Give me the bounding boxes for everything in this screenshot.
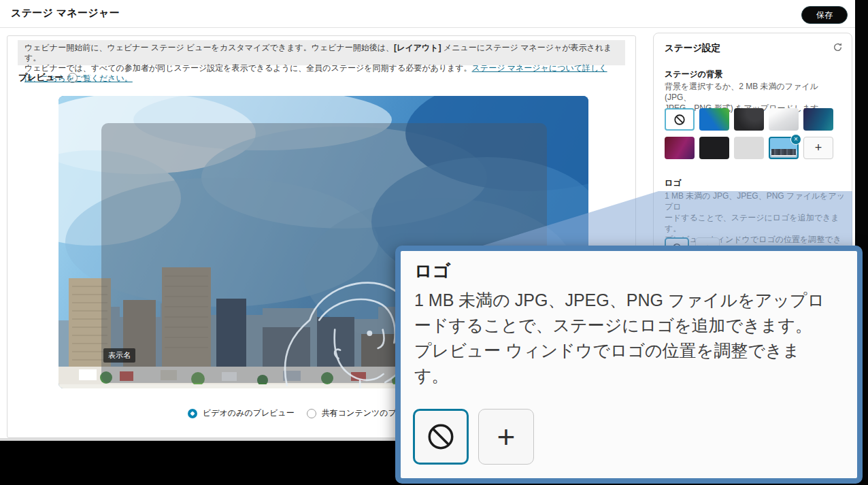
refresh-icon[interactable] [833,42,843,55]
save-button[interactable]: 保存 [801,6,848,24]
background-thumbnail-silver[interactable] [769,108,799,131]
background-thumbnail-none[interactable] [665,108,695,131]
background-thumbnail-grid: × + [665,108,833,159]
banner-line2: ウェビナーでは、すべての参加者が同じステージ設定を表示できるように、全員のステー… [24,63,618,84]
preview-mode-radios: ビデオのみのプレビュー 共有コンテンツのプレビュー [188,407,430,419]
logo-magnified-popup: ロゴ 1 MB 未満の JPG、JPEG、PNG ファイルをアップロ ードするこ… [395,246,863,484]
banner-line2-text: ウェビナーでは、すべての参加者が同じステージ設定を表示できるように、全員のステー… [24,63,472,73]
info-icon[interactable]: i [67,73,78,83]
background-thumbnail-city-selected[interactable]: × [769,137,799,159]
popup-logo-add-button[interactable]: + [478,409,534,465]
background-thumbnail-black[interactable] [699,137,729,159]
city-thumbnail-ground [771,155,796,156]
background-section-title: ステージの背景 [665,69,722,80]
background-thumbnail-navy-teal[interactable] [803,108,833,131]
popup-logo-description: 1 MB 未満の JPG、JPEG、PNG ファイルをアップロ ードすることで、… [414,288,855,388]
remove-background-close-icon[interactable]: × [790,134,801,145]
popup-logo-options: + [413,409,534,465]
radio-selected-icon[interactable] [188,409,197,418]
stage-manager-screen: ステージ マネージャー 保存 ウェビナー開始前に、ウェビナー ステージ ビューを… [0,0,868,485]
background-thumbnail-magenta[interactable] [665,137,695,159]
display-name-tag: 表示名 [103,348,135,363]
banner-layout-menu-label: [レイアウト] [394,43,441,52]
background-thumbnail-light-gray[interactable] [734,137,764,159]
background-thumbnail-dark-texture[interactable] [734,108,764,131]
preview-label-text: プレビュー [18,71,63,84]
ban-icon [673,114,686,126]
popup-logo-title: ロゴ [414,259,450,283]
banner-line1-text: ウェビナー開始前に、ウェビナー ステージ ビューをカスタマイズできます。ウェビナ… [24,43,394,52]
radio-unselected-icon[interactable] [307,409,316,418]
radio-video-only-label: ビデオのみのプレビュー [203,407,295,419]
radio-video-only[interactable]: ビデオのみのプレビュー [188,407,295,419]
info-banner: ウェビナー開始前に、ウェビナー ステージ ビューをカスタマイズできます。ウェビナ… [18,40,625,65]
banner-line1: ウェビナー開始前に、ウェビナー ステージ ビューをカスタマイズできます。ウェビナ… [24,43,618,63]
page-title: ステージ マネージャー [11,7,120,20]
popup-logo-none-button[interactable] [413,409,469,465]
ban-icon [426,422,456,452]
background-thumbnail-blue-green[interactable] [699,108,729,131]
preview-section-label: プレビュー i [18,71,78,84]
header-divider [0,27,855,28]
sidebar-title: ステージ設定 [665,42,720,54]
logo-section-title: ロゴ [665,178,682,189]
background-upload-add-button[interactable]: + [803,137,833,159]
